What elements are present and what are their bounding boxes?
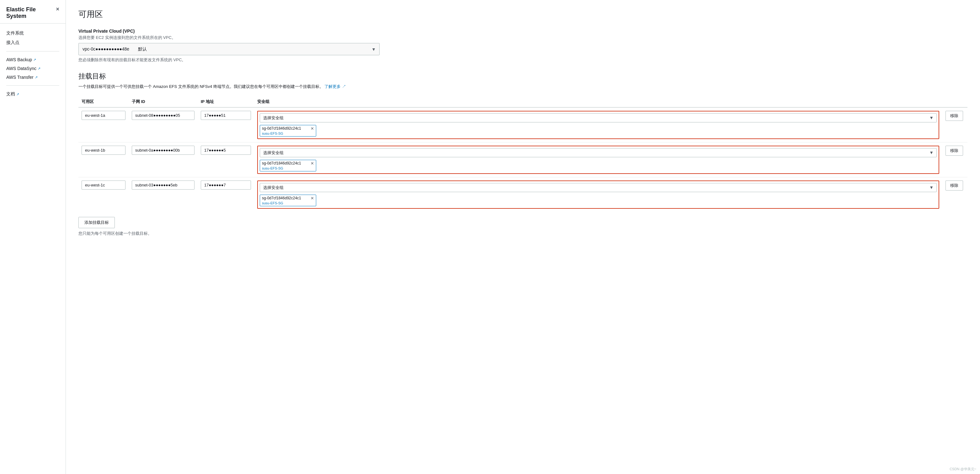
col-header-subnet: 子网 ID [129,96,197,107]
sidebar-header: Elastic File System × [0,6,65,24]
az-input-3[interactable] [81,180,126,190]
sg-tag-name-1: susu-EFS-SG [262,131,314,135]
sg-tag-1: sg-0d7cf1846d92c24c1 ✕ susu-EFS-SG [260,125,316,137]
ip-cell-1 [197,107,254,142]
sg-dropdown-wrapper-1: 选择安全组 ▼ [260,113,937,123]
sidebar-item-aws-transfer[interactable]: AWS Transfer ↗ [6,73,59,81]
sg-select-3[interactable]: 选择安全组 [260,183,937,192]
subnet-input-2[interactable] [132,146,194,155]
sg-tag-id-3: sg-0d7cf1846d92c24c1 [262,196,301,200]
az-cell-2 [78,142,129,177]
sg-tag-close-3[interactable]: ✕ [310,196,314,201]
sg-select-2[interactable]: 选择安全组 [260,148,937,157]
external-link-icon: ↗ [33,58,36,62]
subnet-cell-1 [129,107,197,142]
table-row: 选择安全组 ▼ sg-0d7cf1846d92c24c1 ✕ susu-EFS-… [78,107,967,142]
ip-cell-3 [197,177,254,212]
sg-cell-3: 选择安全组 ▼ sg-0d7cf1846d92c24c1 ✕ susu-EFS-… [254,177,942,212]
sidebar-item-file-system[interactable]: 文件系统 [6,29,59,38]
sg-tag-3: sg-0d7cf1846d92c24c1 ✕ susu-EFS-SG [260,195,316,206]
subnet-input-1[interactable] [132,111,194,120]
sg-select-1[interactable]: 选择安全组 [260,113,937,123]
mount-section-title: 挂载目标 [78,72,967,81]
remove-button-1[interactable]: 移除 [945,111,963,121]
sg-tag-id-2: sg-0d7cf1846d92c24c1 [262,161,301,166]
action-cell-2: 移除 [942,142,967,177]
sg-section-3: 选择安全组 ▼ sg-0d7cf1846d92c24c1 ✕ susu-EFS-… [257,180,939,209]
sg-cell-2: 选择安全组 ▼ sg-0d7cf1846d92c24c1 ✕ susu-EFS-… [254,142,942,177]
vpc-section-desc: 选择您要 EC2 实例连接到您的文件系统所在的 VPC。 [78,35,967,40]
sg-tag-close-1[interactable]: ✕ [310,126,314,131]
vpc-select[interactable]: vpc-0c●●●●●●●●●●48e 默认 [78,43,380,55]
sidebar-divider-1 [6,51,59,51]
main-content: 可用区 Virtual Private Cloud (VPC) 选择您要 EC2… [66,0,980,474]
sg-section-2: 选择安全组 ▼ sg-0d7cf1846d92c24c1 ✕ susu-EFS-… [257,146,939,174]
table-row: 选择安全组 ▼ sg-0d7cf1846d92c24c1 ✕ susu-EFS-… [78,177,967,212]
sidebar-title-text: Elastic File System [6,6,56,19]
sg-tag-name-3: susu-EFS-SG [262,201,314,205]
sidebar-item-docs[interactable]: 文档 ↗ [6,89,59,99]
action-cell-1: 移除 [942,107,967,142]
external-link-icon: ↗ [16,92,19,96]
subnet-cell-3 [129,177,197,212]
sidebar-close-button[interactable]: × [56,6,59,12]
action-cell-3: 移除 [942,177,967,212]
add-mount-section: 添加挂载目标 您只能为每个可用区创建一个挂载目标。 [78,212,967,236]
watermark: CSDN @华美元~ [950,467,976,471]
col-header-sg: 安全组 [254,96,942,107]
mount-targets-table: 可用区 子网 ID IP 地址 安全组 [78,96,967,212]
add-mount-target-button[interactable]: 添加挂载目标 [78,217,115,228]
learn-more-link[interactable]: 了解更多 ↗ [325,84,346,89]
sg-dropdown-wrapper-3: 选择安全组 ▼ [260,183,937,192]
vpc-note: 您必须删除所有现有的挂载目标才能更改文件系统的 VPC。 [78,57,967,63]
sg-tag-name-2: susu-EFS-SG [262,166,314,170]
mount-section-desc: 一个挂载目标可提供一个可供您挂载一个 Amazon EFS 文件系统的 NFSv… [78,83,967,90]
sidebar: Elastic File System × 文件系统 接入点 AWS Backu… [0,0,66,474]
ip-cell-2 [197,142,254,177]
col-header-az: 可用区 [78,96,129,107]
sg-tag-id-1: sg-0d7cf1846d92c24c1 [262,126,301,131]
sidebar-item-aws-backup[interactable]: AWS Backup ↗ [6,55,59,64]
sidebar-item-aws-datasync[interactable]: AWS DataSync ↗ [6,64,59,73]
col-header-action [942,96,967,107]
add-note: 您只能为每个可用区创建一个挂载目标。 [78,231,967,236]
subnet-cell-2 [129,142,197,177]
remove-button-2[interactable]: 移除 [945,146,963,156]
external-link-icon: ↗ [38,67,40,71]
remove-button-3[interactable]: 移除 [945,180,963,190]
az-input-1[interactable] [81,111,126,120]
sg-section-1: 选择安全组 ▼ sg-0d7cf1846d92c24c1 ✕ susu-EFS-… [257,111,939,139]
table-row: 选择安全组 ▼ sg-0d7cf1846d92c24c1 ✕ susu-EFS-… [78,142,967,177]
az-cell-1 [78,107,129,142]
sg-tag-2: sg-0d7cf1846d92c24c1 ✕ susu-EFS-SG [260,160,316,171]
sidebar-divider-2 [6,85,59,86]
col-header-ip: IP 地址 [197,96,254,107]
vpc-section-label: Virtual Private Cloud (VPC) [78,29,967,34]
sidebar-nav: 文件系统 接入点 AWS Backup ↗ AWS DataSync ↗ AWS… [0,29,65,99]
ip-input-3[interactable] [201,180,251,190]
external-link-icon: ↗ [35,75,38,80]
az-input-2[interactable] [81,146,126,155]
ip-input-1[interactable] [201,111,251,120]
subnet-input-3[interactable] [132,180,194,190]
sg-dropdown-wrapper-2: 选择安全组 ▼ [260,148,937,157]
page-title: 可用区 [78,9,967,20]
vpc-select-wrapper: vpc-0c●●●●●●●●●●48e 默认 ▼ [78,43,380,55]
az-cell-3 [78,177,129,212]
sg-cell-1: 选择安全组 ▼ sg-0d7cf1846d92c24c1 ✕ susu-EFS-… [254,107,942,142]
sidebar-item-access-point[interactable]: 接入点 [6,38,59,47]
ip-input-2[interactable] [201,146,251,155]
sg-tag-close-2[interactable]: ✕ [310,161,314,166]
